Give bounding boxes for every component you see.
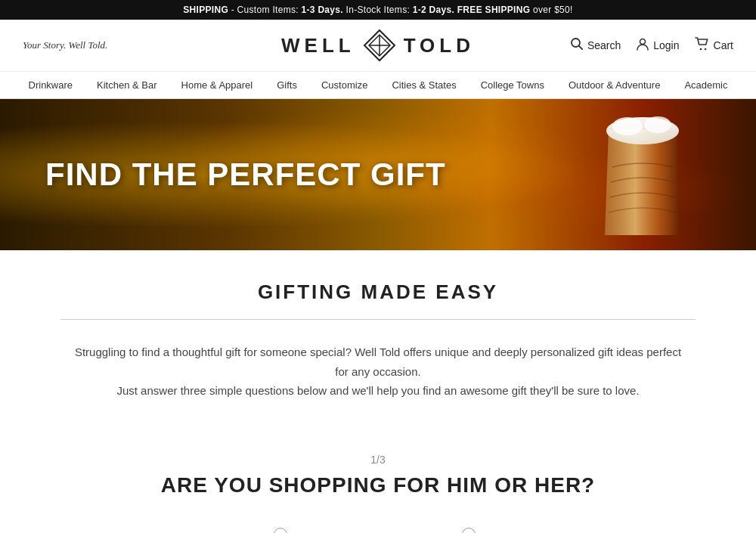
description-line-2: Just answer three simple questions below…: [116, 384, 639, 397]
shipping-bar: SHIPPING - Custom Items: 1-3 Days. In-St…: [0, 0, 756, 20]
nav-item-academic[interactable]: Academic: [672, 72, 739, 98]
header-tagline: Your Story. Well Told.: [23, 39, 259, 51]
hero-title: FIND THE PERFECT GIFT: [0, 156, 446, 193]
shipping-label: SHIPPING: [183, 5, 228, 15]
quiz-options: MALE FEMALE: [15, 528, 741, 534]
svg-point-11: [644, 116, 671, 133]
nav-list: Drinkware Kitchen & Bar Home & Apparel G…: [0, 72, 756, 98]
svg-point-7: [699, 48, 702, 50]
nav-item-cities[interactable]: Cities & States: [380, 72, 468, 98]
section-divider: [60, 319, 696, 320]
custom-days: 1-3 Days.: [302, 5, 343, 15]
quiz-question: ARE YOU SHOPPING FOR HIM OR HER?: [15, 473, 741, 497]
user-icon: [636, 37, 649, 54]
shipping-custom-text: - Custom Items:: [228, 5, 301, 15]
login-label: Login: [653, 39, 679, 51]
quiz-step: 1/3: [15, 454, 741, 466]
search-label: Search: [587, 39, 621, 51]
hero-glass-image: [590, 107, 696, 243]
instock-days: 1-2 Days.: [413, 5, 454, 15]
nav-item-outdoor[interactable]: Outdoor & Adventure: [556, 72, 672, 98]
shipping-instock-text: In-Stock Items:: [343, 5, 413, 15]
svg-point-10: [612, 117, 643, 135]
search-icon: [570, 37, 584, 54]
nav-item-gifts[interactable]: Gifts: [265, 72, 309, 98]
logo-left: WELL: [281, 34, 355, 57]
quiz-option-female[interactable]: FEMALE: [447, 528, 490, 534]
radio-male[interactable]: [274, 528, 287, 534]
search-button[interactable]: Search: [570, 37, 621, 54]
nav-item-college[interactable]: College Towns: [469, 72, 556, 98]
quiz-section: 1/3 ARE YOU SHOPPING FOR HIM OR HER? MAL…: [0, 454, 756, 534]
nav-item-kitchen[interactable]: Kitchen & Bar: [85, 72, 169, 98]
svg-line-5: [579, 45, 582, 48]
login-button[interactable]: Login: [636, 37, 679, 54]
cart-label: Cart: [714, 39, 733, 51]
nav-item-drinkware[interactable]: Drinkware: [17, 72, 85, 98]
gifting-section: GIFTING MADE EASY Struggling to find a t…: [0, 250, 756, 454]
header-actions: Search Login Cart: [497, 37, 733, 54]
logo-right: TOLD: [404, 34, 475, 57]
free-shipping-amount: over $50!: [530, 5, 572, 15]
logo[interactable]: WELL TOLD: [259, 29, 496, 62]
section-title: GIFTING MADE EASY: [15, 280, 741, 304]
cart-icon: [695, 37, 710, 54]
header: Your Story. Well Told. WELL TOLD Search: [0, 20, 756, 72]
logo-diamond-icon: [363, 29, 396, 62]
radio-female[interactable]: [462, 528, 476, 534]
main-content: GIFTING MADE EASY Struggling to find a t…: [0, 250, 756, 533]
nav-item-customize[interactable]: Customize: [309, 72, 380, 98]
description-line-1: Struggling to find a thoughtful gift for…: [75, 346, 681, 378]
section-description: Struggling to find a thoughtful gift for…: [68, 342, 688, 401]
main-nav: Drinkware Kitchen & Bar Home & Apparel G…: [0, 72, 756, 99]
svg-point-6: [640, 39, 646, 44]
nav-item-home[interactable]: Home & Apparel: [169, 72, 265, 98]
hero-banner: FIND THE PERFECT GIFT: [0, 99, 756, 250]
free-shipping-label: FREE SHIPPING: [454, 5, 530, 15]
cart-button[interactable]: Cart: [695, 37, 733, 54]
quiz-option-male[interactable]: MALE: [266, 528, 296, 534]
svg-point-8: [704, 48, 706, 50]
